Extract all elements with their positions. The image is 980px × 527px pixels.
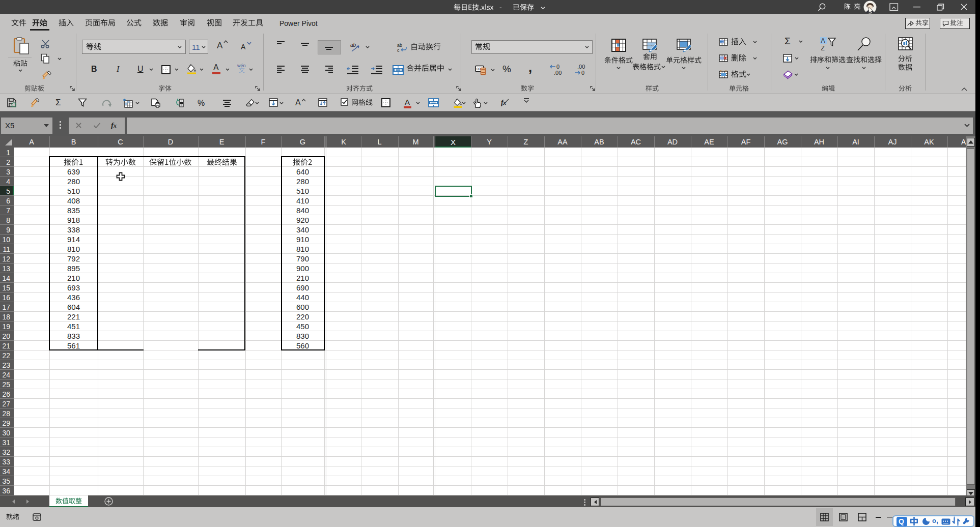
svg-text:A: A xyxy=(821,37,825,44)
svg-text:.00: .00 xyxy=(577,64,585,70)
svg-text:.00: .00 xyxy=(554,70,562,76)
svg-text:ab: ab xyxy=(397,43,402,48)
svg-text:c: c xyxy=(397,48,400,52)
svg-text:00: 00 xyxy=(477,67,481,71)
svg-text:0: 0 xyxy=(581,70,584,76)
svg-text:ab: ab xyxy=(350,42,356,48)
svg-text:Z: Z xyxy=(821,45,825,52)
svg-text:0: 0 xyxy=(556,64,559,70)
